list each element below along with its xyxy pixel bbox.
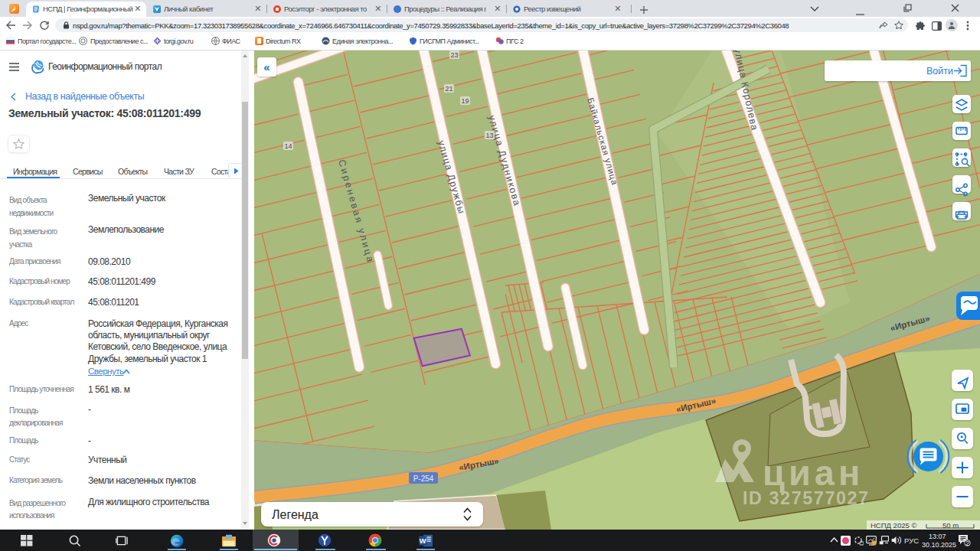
svg-text:13: 13 — [485, 132, 493, 139]
svg-text:21: 21 — [445, 85, 452, 93]
svg-text:ID 327577027: ID 327577027 — [743, 488, 870, 508]
svg-text:циан: циан — [763, 452, 864, 493]
svg-text:23: 23 — [450, 51, 458, 59]
svg-text:19: 19 — [461, 97, 469, 105]
svg-text:W: W — [420, 537, 426, 545]
svg-text:14: 14 — [284, 142, 292, 150]
svg-text:«: « — [263, 60, 270, 73]
svg-text:НСПД 2025 ©: НСПД 2025 © — [871, 521, 916, 530]
svg-text:Р-254: Р-254 — [413, 474, 434, 483]
svg-text:Войти: Войти — [926, 66, 953, 77]
svg-text:Легенда: Легенда — [272, 508, 318, 521]
svg-text:2: 2 — [965, 540, 969, 546]
svg-text:50 m: 50 m — [942, 521, 959, 530]
